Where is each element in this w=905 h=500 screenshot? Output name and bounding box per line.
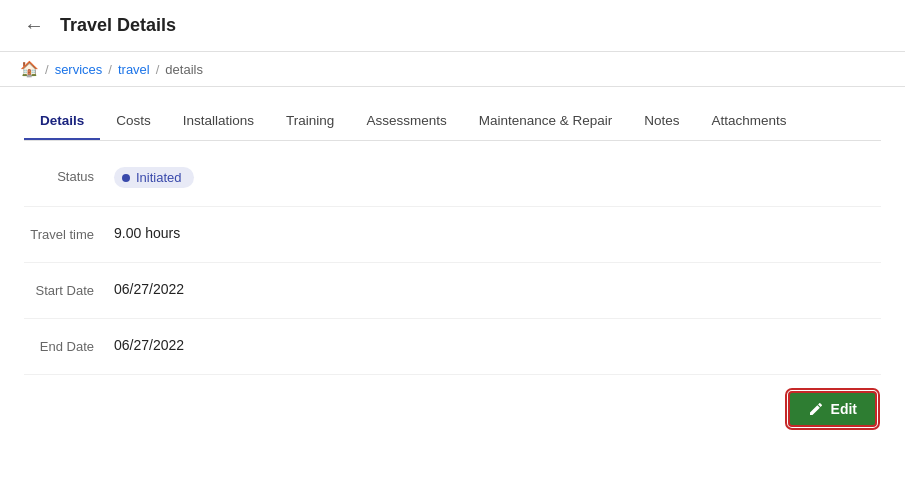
travel-time-value: 9.00 hours: [114, 225, 881, 241]
tab-installations[interactable]: Installations: [167, 103, 270, 140]
tab-details[interactable]: Details: [24, 103, 100, 140]
status-row: Status Initiated: [24, 149, 881, 207]
edit-btn-container: Edit: [24, 375, 881, 435]
tab-maintenance[interactable]: Maintenance & Repair: [463, 103, 629, 140]
tab-assessments[interactable]: Assessments: [350, 103, 462, 140]
status-value: Initiated: [114, 167, 881, 188]
end-date-value: 06/27/2022: [114, 337, 881, 353]
tab-notes[interactable]: Notes: [628, 103, 695, 140]
start-date-label: Start Date: [24, 281, 114, 298]
edit-button-label: Edit: [831, 401, 857, 417]
tab-training[interactable]: Training: [270, 103, 350, 140]
start-date-row: Start Date 06/27/2022: [24, 263, 881, 319]
tab-bar: Details Costs Installations Training Ass…: [24, 103, 881, 141]
travel-time-label: Travel time: [24, 225, 114, 242]
breadcrumb: 🏠 / services / travel / details: [0, 52, 905, 87]
breadcrumb-services[interactable]: services: [55, 62, 103, 77]
status-label: Status: [24, 167, 114, 184]
status-dot: [122, 174, 130, 182]
end-date-label: End Date: [24, 337, 114, 354]
home-icon[interactable]: 🏠: [20, 60, 39, 78]
status-badge: Initiated: [114, 167, 194, 188]
status-text: Initiated: [136, 170, 182, 185]
edit-icon: [808, 401, 824, 417]
start-date-value: 06/27/2022: [114, 281, 881, 297]
page-header: ← Travel Details: [0, 0, 905, 52]
main-content: Details Costs Installations Training Ass…: [0, 87, 905, 451]
breadcrumb-travel[interactable]: travel: [118, 62, 150, 77]
travel-time-row: Travel time 9.00 hours: [24, 207, 881, 263]
breadcrumb-sep-2: /: [108, 62, 112, 77]
detail-section: Status Initiated Travel time 9.00 hours …: [24, 141, 881, 375]
back-button[interactable]: ←: [20, 12, 48, 39]
breadcrumb-details: details: [165, 62, 203, 77]
page-title: Travel Details: [60, 15, 176, 36]
tab-costs[interactable]: Costs: [100, 103, 167, 140]
breadcrumb-sep-3: /: [156, 62, 160, 77]
breadcrumb-sep-1: /: [45, 62, 49, 77]
edit-button[interactable]: Edit: [788, 391, 877, 427]
end-date-row: End Date 06/27/2022: [24, 319, 881, 375]
tab-attachments[interactable]: Attachments: [696, 103, 803, 140]
